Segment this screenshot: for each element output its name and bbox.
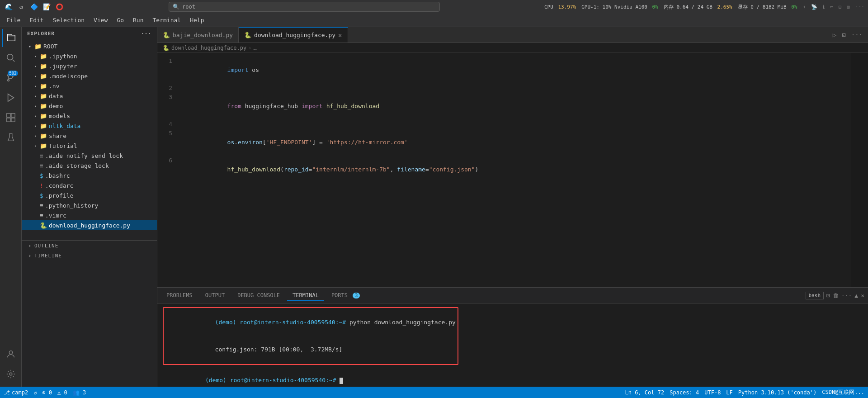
search-bar[interactable]: 🔍 root: [169, 2, 440, 12]
broadcast-icon[interactable]: 📡: [811, 4, 817, 10]
upload-icon[interactable]: ⬆: [803, 4, 806, 10]
sidebar-item-timeline[interactable]: › TIMELINE: [22, 251, 157, 261]
bc-filename[interactable]: download_huggingface.py: [171, 45, 246, 51]
status-eol[interactable]: LF: [726, 389, 732, 396]
status-errors[interactable]: ⊗ 0: [42, 389, 52, 396]
status-position[interactable]: Ln 6, Col 72: [625, 389, 665, 396]
sidebar-item-share[interactable]: › 📁 share: [22, 131, 157, 141]
more-btn[interactable]: ···: [849, 30, 864, 39]
bc-path[interactable]: …: [253, 45, 256, 51]
status-encoding[interactable]: UTF-8: [704, 389, 721, 396]
sidebar-item-tutorial[interactable]: › 📁 Tutorial: [22, 141, 157, 151]
panel-tab-debug-console[interactable]: DEBUG CONSOLE: [232, 290, 285, 300]
sidebar-item-bashrc[interactable]: › $ .bashrc: [22, 171, 157, 180]
app-icon-sync[interactable]: ↺: [16, 2, 26, 12]
activity-search[interactable]: [2, 49, 20, 67]
fullscreen[interactable]: ⊞: [847, 4, 850, 10]
app-icon-wave[interactable]: 🌊: [4, 2, 14, 12]
panel-tab-ports[interactable]: PORTS 3: [326, 290, 365, 300]
status-language[interactable]: Python 3.10.13 ('conda'): [738, 389, 816, 396]
sidebar-item-aide-storage[interactable]: › ≡ .aide_storage_lock: [22, 161, 157, 171]
activity-extensions[interactable]: [2, 109, 20, 127]
menu-help[interactable]: Help: [185, 15, 208, 25]
status-csdn[interactable]: CSDN@互联网...: [822, 389, 864, 396]
menu-go[interactable]: Go: [112, 15, 128, 25]
gpu-val: 0%: [652, 4, 658, 10]
folder-icon-models: 📁: [40, 113, 47, 119]
menu-terminal[interactable]: Terminal: [148, 15, 186, 25]
app-icon-edit[interactable]: 📝: [42, 2, 52, 12]
status-branch[interactable]: ⎇ camp2: [4, 389, 28, 396]
panel-tab-problems[interactable]: PROBLEMS: [161, 290, 198, 300]
terminal-line-3: (demo) root@intern-studio-40059540:~#: [163, 367, 863, 387]
sidebar-item-outline[interactable]: › OUTLINE: [22, 241, 157, 251]
info-icon[interactable]: ℹ: [823, 4, 825, 10]
activity-account[interactable]: [2, 345, 20, 363]
status-warnings[interactable]: △ 0: [57, 389, 67, 396]
menu-view[interactable]: View: [89, 15, 112, 25]
menu-file[interactable]: File: [2, 15, 25, 25]
sidebar-item-modelscope[interactable]: › 📁 .modelscope: [22, 71, 157, 81]
menu-run[interactable]: Run: [128, 15, 148, 25]
ports-badge: 3: [353, 293, 360, 298]
svg-rect-9: [11, 118, 14, 122]
terminal-prompt-2: (demo) root@intern-studio-40059540:: [205, 377, 329, 384]
csdn-text: CSDN@互联网...: [822, 389, 864, 396]
sidebar-item-nltk-data[interactable]: › 📁 nltk_data: [22, 121, 157, 131]
status-notifications[interactable]: 👥 3: [73, 389, 86, 396]
sidebar-item-data[interactable]: › 📁 data: [22, 91, 157, 101]
menu-selection[interactable]: Selection: [48, 15, 89, 25]
terminal-cmd-1: python download_huggingface.py: [349, 319, 456, 326]
sidebar-item-jupyter[interactable]: › 📁 .jupyter: [22, 61, 157, 71]
file-icon-download-hf: 🐍: [40, 222, 47, 229]
activity-run[interactable]: [2, 89, 20, 107]
file-icon-python-history: ≡: [40, 202, 43, 209]
more-menu[interactable]: ···: [855, 4, 864, 10]
line-content-5: os.environ['HF_ENDPOINT'] = 'https://hf-…: [178, 129, 850, 156]
sidebar-item-vimrc[interactable]: › ≡ .vimrc: [22, 210, 157, 220]
activity-explorer[interactable]: [2, 29, 20, 47]
terminal-kill-btn[interactable]: 🗑: [833, 292, 839, 299]
sidebar-more[interactable]: ···: [141, 31, 151, 37]
sidebar-item-demo[interactable]: › 📁 demo: [22, 101, 157, 111]
activity-settings[interactable]: [2, 365, 20, 383]
terminal-close-btn[interactable]: ×: [861, 292, 864, 299]
sidebar-item-python-history[interactable]: › ≡ .python_history: [22, 200, 157, 210]
arrow-modelscope: ›: [33, 74, 38, 79]
sidebar-item-download-hf[interactable]: › 🐍 download_huggingface.py: [22, 220, 157, 230]
terminal-maximize-btn[interactable]: ▲: [854, 292, 858, 299]
app-icon-vscode[interactable]: 🔷: [29, 2, 39, 12]
sidebar-item-models[interactable]: › 📁 models: [22, 111, 157, 121]
activity-source-control[interactable]: 502: [2, 69, 20, 87]
sidebar-item-profile[interactable]: › $ .profile: [22, 190, 157, 200]
layout-toggle[interactable]: ▭: [830, 4, 833, 10]
tab-close-download-hf[interactable]: ×: [338, 32, 342, 39]
app-icon-circle[interactable]: ⭕: [54, 2, 64, 12]
search-text: root: [182, 4, 195, 10]
code-editor[interactable]: 1 import os 2 3 from hugging: [157, 53, 850, 287]
sidebar-item-condarc[interactable]: › ! .condarc: [22, 180, 157, 190]
terminal-more-btn[interactable]: ···: [841, 292, 852, 299]
terminal-split-btn[interactable]: ⊡: [826, 292, 830, 299]
panel-tab-output[interactable]: OUTPUT: [200, 290, 230, 300]
svg-line-1: [12, 60, 14, 62]
sidebar-item-nv[interactable]: › 📁 .nv: [22, 81, 157, 91]
status-spaces[interactable]: Spaces: 4: [670, 389, 699, 396]
terminal-content[interactable]: (demo) root@intern-studio-40059540:~# py…: [157, 303, 868, 387]
status-sync[interactable]: ↺: [33, 389, 37, 396]
line-content-3: from huggingface_hub import hf_hub_downl…: [178, 93, 850, 120]
activity-flask[interactable]: [2, 128, 20, 147]
sidebar-item-root[interactable]: ▾ 📁 ROOT: [22, 41, 157, 51]
split-editor[interactable]: ⊡: [839, 4, 842, 10]
panel-tab-terminal[interactable]: TERMINAL: [287, 290, 324, 301]
sidebar-item-ipython[interactable]: › 📁 .ipython: [22, 51, 157, 61]
sidebar-label-vimrc: .vimrc: [45, 212, 66, 219]
tab-download-hf[interactable]: 🐍 download_huggingface.py ×: [239, 27, 348, 43]
file-icon-bashrc: $: [40, 172, 43, 179]
sidebar-label-download-hf: download_huggingface.py: [49, 222, 130, 229]
split-btn[interactable]: ⊡: [840, 30, 847, 39]
run-btn[interactable]: ▷: [831, 30, 838, 39]
sidebar-item-aide-notify[interactable]: › ≡ .aide_notify_send_lock: [22, 151, 157, 161]
menu-edit[interactable]: Edit: [25, 15, 48, 25]
tab-bajie-download[interactable]: 🐍 bajie_download.py: [157, 27, 239, 43]
